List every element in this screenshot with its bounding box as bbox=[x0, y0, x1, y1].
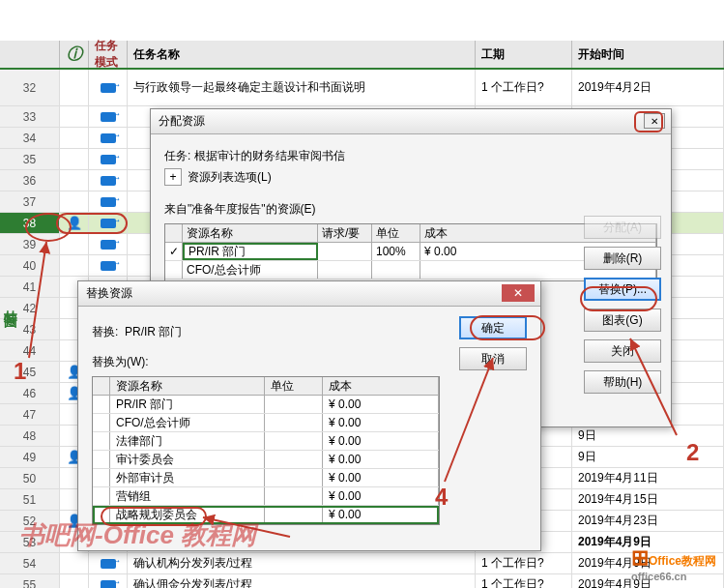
date-cell[interactable]: 9日 bbox=[572, 447, 724, 467]
task-mode-icon bbox=[101, 240, 116, 250]
row-number[interactable]: 32 bbox=[0, 70, 60, 105]
task-mode-icon bbox=[101, 112, 116, 122]
replacement-grid[interactable]: 资源名称 单位 成本 PR/IR 部门¥ 0.00CFO/总会计师¥ 0.00法… bbox=[92, 376, 440, 525]
row-number[interactable]: 55 bbox=[0, 574, 60, 588]
col-info: ⓘ bbox=[60, 41, 89, 68]
col-resource-name: 资源名称 bbox=[183, 224, 318, 242]
annotation-circle bbox=[634, 111, 663, 132]
mode-cell bbox=[89, 191, 128, 212]
row-number[interactable]: 37 bbox=[0, 191, 60, 212]
table-row[interactable]: 54 确认机构分发列表/过程 1 个工作日? 2019年4月9日 bbox=[0, 553, 724, 574]
col-unit: 单位 bbox=[265, 377, 323, 395]
task-grid-header: ⓘ 任务模式 任务名称 工期 开始时间 bbox=[0, 41, 724, 70]
duration-cell[interactable]: 1 个工作日? bbox=[476, 70, 572, 105]
mode-cell bbox=[89, 70, 128, 105]
close-icon[interactable]: ✕ bbox=[502, 284, 535, 302]
info-cell bbox=[60, 149, 89, 169]
annotation-number-1: 1 bbox=[14, 358, 26, 385]
row-number[interactable]: 33 bbox=[0, 106, 60, 127]
row-number[interactable]: 47 bbox=[0, 404, 60, 425]
name-cell[interactable]: 确认机构分发列表/过程 bbox=[128, 553, 476, 573]
col-task-mode[interactable]: 任务模式 bbox=[89, 41, 128, 68]
annotation-circle bbox=[56, 213, 128, 234]
date-cell[interactable]: 2019年4月11日 bbox=[572, 468, 724, 488]
task-mode-icon bbox=[101, 155, 116, 164]
mode-cell bbox=[89, 255, 128, 276]
resource-row[interactable]: ✓PR/IR 部门100%¥ 0.00 bbox=[165, 243, 656, 261]
info-cell bbox=[60, 170, 89, 191]
task-mode-icon bbox=[101, 580, 116, 589]
date-cell[interactable]: 2019年4月23日 bbox=[572, 511, 724, 531]
info-cell bbox=[60, 553, 89, 573]
task-mode-icon bbox=[101, 83, 116, 93]
row-number[interactable]: 43 bbox=[0, 319, 60, 339]
name-cell[interactable]: 确认佣金分发列表/过程 bbox=[128, 574, 476, 588]
mode-cell bbox=[89, 574, 128, 588]
info-cell bbox=[60, 191, 89, 212]
replace-value: PR/IR 部门 bbox=[125, 325, 182, 338]
replacement-row[interactable]: 审计委员会¥ 0.00 bbox=[93, 451, 439, 469]
task-mode-icon bbox=[101, 559, 116, 569]
task-mode-icon bbox=[101, 261, 116, 271]
close-button[interactable]: 关闭 bbox=[584, 339, 661, 363]
task-mode-icon bbox=[101, 133, 116, 143]
remove-button[interactable]: 删除(R) bbox=[584, 247, 661, 270]
date-cell[interactable]: 2019年4月2日 bbox=[572, 70, 724, 105]
replacement-row[interactable]: 法律部门¥ 0.00 bbox=[93, 432, 439, 451]
chart-button[interactable]: 图表(G) bbox=[584, 309, 661, 332]
row-number[interactable]: 46 bbox=[0, 383, 60, 403]
info-cell bbox=[60, 574, 89, 588]
replacement-row[interactable]: CFO/总会计师¥ 0.00 bbox=[93, 414, 439, 432]
table-row[interactable]: 55 确认佣金分发列表/过程 1 个工作日? 2019年4月9日 bbox=[0, 574, 724, 588]
row-number[interactable]: 44 bbox=[0, 340, 60, 361]
row-number[interactable]: 50 bbox=[0, 468, 60, 488]
row-number[interactable]: 49 bbox=[0, 447, 60, 467]
expand-button[interactable]: + bbox=[164, 168, 182, 186]
col-duration[interactable]: 工期 bbox=[476, 41, 572, 68]
dialog-title[interactable]: 替换资源 bbox=[78, 281, 540, 307]
col-unit: 单位 bbox=[372, 224, 420, 242]
watermark-logo: ⊞Office教程网office66.cn bbox=[631, 545, 716, 582]
duration-cell[interactable]: 1 个工作日? bbox=[476, 553, 572, 573]
info-cell bbox=[60, 255, 89, 276]
date-cell[interactable]: 9日 bbox=[572, 426, 724, 446]
help-button[interactable]: 帮助(H) bbox=[584, 370, 661, 394]
col-start-date[interactable]: 开始时间 bbox=[572, 41, 724, 68]
watermark-text: 书吧网-Office 教程网 bbox=[19, 518, 256, 552]
row-number[interactable]: 36 bbox=[0, 170, 60, 191]
annotation-circle bbox=[580, 286, 657, 311]
row-number[interactable]: 34 bbox=[0, 128, 60, 148]
replacement-row[interactable]: 营销组¥ 0.00 bbox=[93, 487, 439, 506]
mode-cell bbox=[89, 106, 128, 127]
dialog-title[interactable]: 分配资源 bbox=[151, 109, 671, 134]
cancel-button[interactable]: 取消 bbox=[459, 347, 527, 370]
row-number[interactable]: 41 bbox=[0, 277, 60, 297]
mode-cell bbox=[89, 149, 128, 169]
col-task-name[interactable]: 任务名称 bbox=[128, 41, 476, 68]
row-number[interactable]: 35 bbox=[0, 149, 60, 169]
col-rownum bbox=[0, 41, 60, 68]
row-number[interactable]: 40 bbox=[0, 255, 60, 276]
annotation-number-4: 4 bbox=[435, 484, 448, 511]
assign-button[interactable]: 分配(A) bbox=[584, 216, 661, 239]
annotation-circle bbox=[470, 315, 545, 340]
resource-row[interactable]: CFO/总会计师 bbox=[165, 261, 656, 279]
row-number[interactable]: 45 bbox=[0, 362, 60, 382]
row-number[interactable]: 54 bbox=[0, 553, 60, 573]
col-cost: 成本 bbox=[323, 377, 439, 395]
info-cell bbox=[60, 70, 89, 105]
name-cell[interactable]: 与行政领导一起最终确定主题设计和书面说明 bbox=[128, 70, 476, 105]
mode-cell bbox=[89, 128, 128, 148]
row-number[interactable]: 51 bbox=[0, 489, 60, 510]
info-cell bbox=[60, 128, 89, 148]
replacement-row[interactable]: 外部审计员¥ 0.00 bbox=[93, 469, 439, 487]
annotation-number-2: 2 bbox=[686, 439, 699, 466]
task-mode-icon bbox=[101, 176, 116, 186]
table-row[interactable]: 32 与行政领导一起最终确定主题设计和书面说明 1 个工作日? 2019年4月2… bbox=[0, 70, 724, 106]
options-label: 资源列表选项(L) bbox=[188, 170, 272, 184]
replacement-row[interactable]: PR/IR 部门¥ 0.00 bbox=[93, 396, 439, 414]
duration-cell[interactable]: 1 个工作日? bbox=[476, 574, 572, 588]
mode-cell bbox=[89, 234, 128, 254]
row-number[interactable]: 48 bbox=[0, 426, 60, 446]
date-cell[interactable]: 2019年4月15日 bbox=[572, 489, 724, 510]
